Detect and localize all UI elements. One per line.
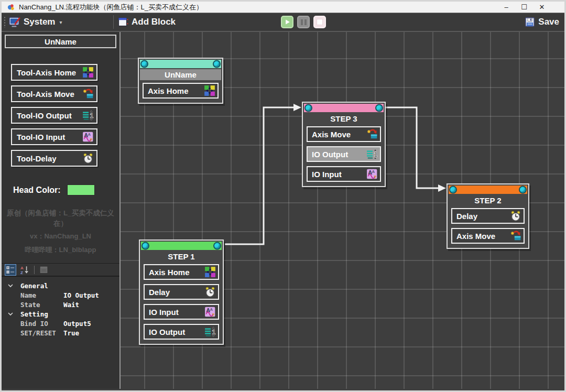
toolbar-separator xyxy=(113,15,114,29)
head-color-label: Head Color: xyxy=(13,186,61,195)
alphabetical-sort-button[interactable] xyxy=(19,264,30,276)
connector-right[interactable] xyxy=(519,186,527,194)
block-item-delay[interactable]: Delay xyxy=(451,208,525,224)
axis-home-icon xyxy=(204,85,215,96)
add-block-button[interactable]: Add Block xyxy=(118,13,176,31)
tool-button-io-input[interactable]: Tool-IO Input xyxy=(11,128,97,145)
block-item-axis-home[interactable]: Axis Home xyxy=(144,264,219,280)
watermark-line: vx：NanChang_LN xyxy=(2,229,119,243)
property-category[interactable]: General xyxy=(2,281,119,290)
block-item-io-input[interactable]: IO Input xyxy=(144,304,219,320)
flow-block-step2[interactable]: STEP 2 Delay Axis Move xyxy=(447,183,529,249)
property-row[interactable]: Name IO Output xyxy=(2,290,119,300)
system-icon xyxy=(9,16,20,28)
property-pages-icon xyxy=(39,265,49,275)
property-row[interactable]: SET/RESET True xyxy=(2,328,119,337)
block-title: STEP 1 xyxy=(140,251,223,263)
chevron-down-icon xyxy=(8,284,20,288)
watermark-line: 哔哩哔哩：LN_blblapp xyxy=(2,243,119,257)
io-input-icon xyxy=(366,168,378,180)
chevron-down-icon: ▾ xyxy=(59,19,62,25)
block-item-axis-home[interactable]: Axis Home xyxy=(143,83,219,99)
close-button[interactable]: ✕ xyxy=(533,2,551,13)
block-item-axis-move[interactable]: Axis Move xyxy=(451,228,525,244)
save-button[interactable]: Save xyxy=(525,13,559,31)
app-icon xyxy=(7,3,15,11)
flow-canvas[interactable]: UnName Axis Home STEP 3 Axis Move xyxy=(121,32,564,389)
play-button[interactable] xyxy=(281,16,293,28)
play-icon xyxy=(283,18,291,26)
delay-icon xyxy=(82,153,94,164)
block-header xyxy=(141,242,222,250)
axis-home-icon xyxy=(82,67,94,78)
maximize-button[interactable]: ☐ xyxy=(515,2,533,13)
block-item-delay[interactable]: Delay xyxy=(144,284,219,300)
pause-icon xyxy=(301,19,303,25)
axis-home-icon xyxy=(204,266,216,278)
watermark-line: 原创（闲鱼店铺：L_买卖不成仁义在） xyxy=(2,208,119,229)
property-row[interactable]: State Wait xyxy=(2,300,119,309)
delay-icon xyxy=(510,210,521,222)
toolbox-group-header[interactable]: UnName xyxy=(5,35,116,48)
io-output-icon xyxy=(366,148,378,160)
connector-right[interactable] xyxy=(213,242,221,250)
add-block-icon xyxy=(118,17,128,27)
toolbar: System ▾ Add Block Save xyxy=(2,13,564,32)
block-title: STEP 2 xyxy=(448,195,528,206)
pause-button[interactable] xyxy=(297,16,310,28)
stop-icon xyxy=(317,19,323,25)
property-category[interactable]: Setting xyxy=(2,309,119,319)
tool-button-io-output[interactable]: Tool-IO Output xyxy=(11,107,97,124)
delay-icon xyxy=(204,286,216,298)
minimize-button[interactable]: – xyxy=(497,2,515,13)
connector-right[interactable] xyxy=(213,60,221,68)
axis-move-icon xyxy=(510,230,521,242)
block-item-io-output[interactable]: IO Output xyxy=(144,324,219,340)
connector-left[interactable] xyxy=(449,186,457,194)
add-block-label: Add Block xyxy=(132,17,176,27)
tool-button-axis-home[interactable]: Tool-Axis Home xyxy=(11,64,97,81)
titlebar: NanChang_LN.流程功能块（闲鱼店铺：L_买卖不成仁义在） – ☐ ✕ xyxy=(2,2,564,13)
head-color-setting: Head Color: xyxy=(13,184,119,195)
io-output-icon xyxy=(82,110,94,121)
flow-block-unname[interactable]: UnName Axis Home xyxy=(138,58,223,104)
connector-left[interactable] xyxy=(304,104,312,112)
transport-controls xyxy=(281,13,326,31)
stop-button[interactable] xyxy=(313,16,326,28)
flow-block-step1[interactable]: STEP 1 Axis Home Delay IO Input xyxy=(139,239,224,345)
arrowhead-icon xyxy=(293,104,301,111)
connector-right[interactable] xyxy=(375,104,383,112)
property-row[interactable]: Bind IO Output5 xyxy=(2,319,119,328)
head-color-swatch[interactable] xyxy=(67,184,95,195)
block-header xyxy=(304,104,384,112)
property-grid: General Name IO Output State Wait Settin… xyxy=(2,277,119,337)
block-item-io-output[interactable]: IO Output xyxy=(307,146,381,162)
block-title: STEP 3 xyxy=(303,113,385,125)
sidebar: UnName Tool-Axis Home Tool-Axis Move Too… xyxy=(2,32,121,389)
block-item-io-input[interactable]: IO Input xyxy=(307,166,381,182)
alphabetical-sort-icon xyxy=(20,265,29,275)
categorized-button[interactable] xyxy=(5,264,16,276)
toolbar-grip[interactable] xyxy=(4,16,6,28)
connector-left[interactable] xyxy=(142,242,149,250)
system-menu-label: System xyxy=(24,17,55,27)
save-icon xyxy=(525,17,535,27)
tool-button-axis-move[interactable]: Tool-Axis Move xyxy=(11,85,97,102)
axis-move-icon xyxy=(366,128,378,140)
arrowhead-icon xyxy=(438,184,446,192)
io-input-icon xyxy=(82,131,94,143)
system-menu-button[interactable]: System ▾ xyxy=(9,13,62,31)
block-header xyxy=(449,186,527,194)
flow-block-step3[interactable]: STEP 3 Axis Move IO Output IO Input xyxy=(302,102,386,187)
property-grid-toolbar xyxy=(2,263,119,277)
app-window: NanChang_LN.流程功能块（闲鱼店铺：L_买卖不成仁义在） – ☐ ✕ … xyxy=(0,0,566,392)
connector-left[interactable] xyxy=(140,60,148,68)
window-controls: – ☐ ✕ xyxy=(497,2,564,13)
io-input-icon xyxy=(204,306,216,318)
block-item-axis-move[interactable]: Axis Move xyxy=(307,126,381,142)
block-header xyxy=(140,60,221,68)
categorized-icon xyxy=(6,265,15,275)
tool-button-delay[interactable]: Tool-Delay xyxy=(11,150,97,167)
axis-move-icon xyxy=(82,88,94,100)
property-pages-button[interactable] xyxy=(38,264,50,276)
